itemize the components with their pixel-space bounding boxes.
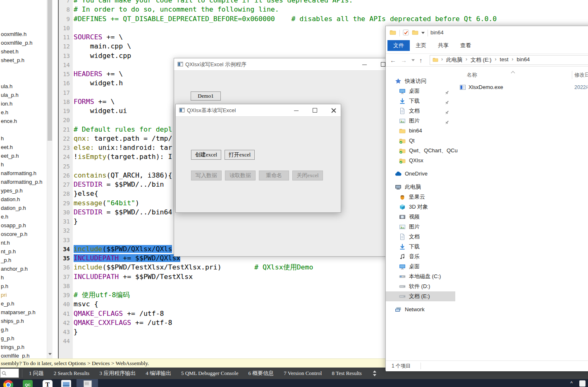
output-pane-2[interactable]: 2 Search Results (49, 370, 95, 377)
nav-item-bin64[interactable]: bin64 (386, 126, 455, 136)
project-file[interactable]: eet.h (0, 143, 47, 151)
minimize-icon[interactable] (359, 58, 371, 70)
close-icon[interactable] (327, 104, 340, 116)
dropdown-caret-icon[interactable] (411, 59, 415, 61)
photos-icon[interactable] (61, 380, 71, 387)
excel-button-1[interactable]: 写入数据 (191, 171, 222, 180)
project-file[interactable] (0, 65, 47, 73)
project-file[interactable]: matparser_p.h (0, 308, 47, 317)
project-file[interactable]: h (0, 134, 47, 143)
project-file[interactable]: nt.h (0, 238, 47, 247)
dropdown-caret-icon[interactable] (421, 32, 425, 34)
project-file[interactable]: e_p.h (0, 299, 47, 308)
nav-item-Qwt、QChart、QCu[interactable]: Qwt、QChart、QCu (386, 146, 455, 156)
sidebar-scrollbar-thumb[interactable] (48, 0, 52, 141)
output-pane-1[interactable]: 1 问题 (24, 370, 49, 377)
nav-item-音乐[interactable]: 音乐 (386, 252, 455, 262)
output-pane-7[interactable]: 7 Version Control (279, 370, 327, 377)
address-bar[interactable]: ›此电脑›文档 (E:)›test›bin64 (430, 55, 588, 65)
excel-button-2[interactable]: 读取数据 (225, 171, 256, 180)
output-pane-5[interactable]: 5 QML Debugger Console (176, 370, 244, 377)
project-file[interactable]: trings_p.h (0, 343, 47, 351)
sidebar-scrollbar[interactable] (47, 0, 53, 358)
green-app-icon[interactable]: QC (23, 380, 33, 387)
nav-item-Qt[interactable]: Qt (386, 136, 455, 146)
project-file[interactable]: sheet_p.h (0, 56, 47, 65)
nav-item-Network[interactable]: Network (386, 305, 455, 315)
excel-button-3[interactable]: 重命名 (259, 171, 289, 180)
column-header-date[interactable]: 修改日期 (574, 70, 588, 80)
project-file[interactable]: p.h (0, 282, 47, 291)
nav-item-桌面[interactable]: 桌面 (386, 262, 455, 272)
project-file[interactable]: e.h (0, 108, 47, 117)
ribbon-tab-查看[interactable]: 查看 (454, 40, 477, 51)
excel-button-2[interactable]: 打开excel (225, 150, 255, 160)
project-file[interactable]: osapp_p.h (0, 221, 47, 230)
nav-item-3D 对象[interactable]: 3D 对象 (386, 202, 455, 212)
project-file[interactable]: oscore_p.h (0, 230, 47, 238)
nav-item-图片[interactable]: 图片 (386, 116, 455, 126)
project-file[interactable]: anchor_p.h (0, 264, 47, 273)
nav-item-下载[interactable]: 下载 (386, 96, 455, 106)
pane-toggle-arrows-icon[interactable] (373, 370, 377, 376)
nav-item-文档[interactable]: 文档 (386, 232, 455, 242)
project-file[interactable] (0, 125, 47, 134)
excel-button-4[interactable]: 关闭excel (292, 171, 323, 180)
column-header-name[interactable]: 名称 (467, 70, 477, 80)
code-line[interactable]: 7# You can make your code fail to compil… (59, 0, 588, 5)
demo1-button[interactable]: Demo1 (191, 91, 221, 101)
project-file[interactable]: ula.h (0, 82, 47, 91)
ime-icon[interactable] (579, 380, 586, 387)
output-pane-6[interactable]: 6 概要信息 (243, 370, 279, 377)
breadcrumb-item[interactable]: bin64 (517, 56, 530, 64)
project-file[interactable]: sheet.h (0, 47, 47, 56)
project-file[interactable]: ence.h (0, 117, 47, 125)
ribbon-tab-共享[interactable]: 共享 (432, 40, 454, 51)
project-file[interactable]: ooxmlfile.h (0, 30, 47, 38)
project-file[interactable]: g.h (0, 325, 47, 334)
forward-arrow-icon[interactable]: → (401, 57, 407, 64)
back-arrow-icon[interactable]: ← (390, 57, 396, 64)
project-file[interactable]: dation_p.h (0, 204, 47, 212)
nav-item-文档 (E:)[interactable]: 文档 (E:) (386, 291, 455, 301)
project-file[interactable]: _p.h (0, 256, 47, 264)
nav-item-本地磁盘 (C:)[interactable]: 本地磁盘 (C:) (386, 272, 455, 281)
chrome-icon[interactable] (3, 380, 13, 387)
code-line[interactable]: 8# In order to do so, uncomment the foll… (59, 5, 588, 14)
project-file[interactable]: eet_p.h (0, 151, 47, 160)
project-file[interactable]: ula_p.h (0, 91, 47, 99)
project-file[interactable]: oxmlfile_p.h (0, 351, 47, 358)
excel-window-titlebar[interactable]: QXlsx基本读写Excel (176, 104, 341, 117)
maximize-icon[interactable] (309, 104, 321, 116)
project-file[interactable]: ypes_p.h (0, 186, 47, 195)
chevron-up-icon[interactable]: ^ (570, 380, 573, 386)
folder-icon[interactable] (412, 29, 418, 37)
project-file[interactable] (0, 73, 47, 82)
sidebar-scroll-down-icon[interactable] (47, 350, 53, 357)
nav-item-快速访问[interactable]: 快速访问 (386, 76, 455, 86)
project-file[interactable]: h (0, 160, 47, 169)
excel-button-1[interactable]: 创建excel (191, 150, 221, 160)
nav-item-下载[interactable]: 下载 (386, 242, 455, 252)
nav-item-文档[interactable]: 文档 (386, 106, 455, 116)
ribbon-tab-文件[interactable]: 文件 (387, 40, 410, 51)
nav-item-图片[interactable]: 图片 (386, 222, 455, 232)
nav-item-软件 (D:)[interactable]: 软件 (D:) (386, 281, 455, 291)
project-file[interactable]: pri (0, 291, 47, 299)
typora-icon[interactable]: T (43, 380, 53, 387)
project-file[interactable]: ooxmlfile_p.h (0, 38, 47, 47)
project-file[interactable]: nalformatting.h (0, 169, 47, 178)
project-file[interactable]: nt_p.h (0, 247, 47, 256)
nav-item-此电脑[interactable]: 此电脑 (386, 182, 455, 192)
up-arrow-icon[interactable]: ↑ (419, 57, 423, 64)
nav-item-OneDrive[interactable]: OneDrive (386, 169, 455, 179)
nav-item-坚果云[interactable]: 坚果云 (386, 192, 455, 202)
breadcrumb-item[interactable]: 文档 (E:) (471, 56, 492, 64)
sort-ascending-icon[interactable] (512, 71, 515, 74)
project-file[interactable]: dation.h (0, 195, 47, 204)
project-file[interactable]: g_p.h (0, 334, 47, 343)
demo-window-titlebar[interactable]: QXlsx读写Excel 示例程序 (174, 58, 388, 71)
checkmark-icon[interactable] (403, 29, 409, 37)
minimize-icon[interactable] (290, 104, 303, 116)
project-file[interactable]: e.h (0, 212, 47, 221)
